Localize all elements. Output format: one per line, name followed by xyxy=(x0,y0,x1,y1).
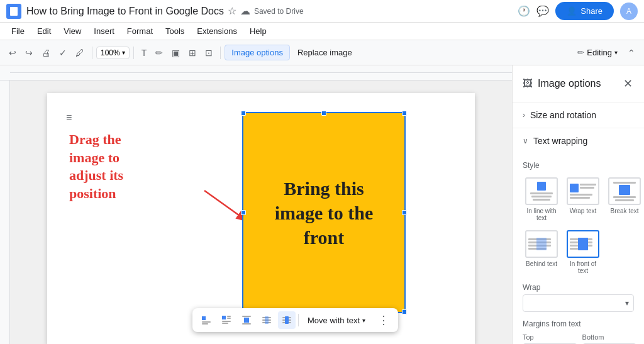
behind-text-btn[interactable] xyxy=(258,311,275,329)
style-grid: In line with text xyxy=(523,175,634,277)
border-button[interactable]: ▣ xyxy=(168,45,184,60)
ruler-area: ≡ Drag theimage toadjust itsposition xyxy=(0,65,512,344)
top-ruler xyxy=(0,65,512,80)
style-front[interactable]: In front of text xyxy=(564,228,602,277)
svg-rect-4 xyxy=(202,323,208,325)
text-wrapping-header[interactable]: ∨ Text wrapping xyxy=(513,128,644,153)
wrap-select[interactable] xyxy=(523,294,634,312)
zoom-control[interactable]: 100% ▾ xyxy=(96,47,130,59)
menu-extensions[interactable]: Extensions xyxy=(192,25,242,38)
margins-title: Margins from text xyxy=(523,319,634,328)
avatar[interactable]: A xyxy=(620,3,638,20)
front-text-btn[interactable] xyxy=(278,311,296,329)
editing-button[interactable]: ✏ Editing ▾ xyxy=(572,45,623,60)
handle-mr[interactable] xyxy=(402,210,407,215)
style-behind[interactable]: Behind text xyxy=(523,228,560,277)
handle-br[interactable] xyxy=(402,309,407,314)
wrap-label: Wrap xyxy=(523,283,634,292)
comment-icon[interactable]: 💬 xyxy=(536,5,549,17)
menu-insert[interactable]: Insert xyxy=(89,25,119,38)
float-sep xyxy=(298,314,299,326)
menu-format[interactable]: Format xyxy=(122,25,158,38)
margin-bottom-field: Bottom cm ▲ ▼ xyxy=(582,333,637,344)
pencil-icon: ✏ xyxy=(577,48,584,57)
doc-area: ≡ Drag theimage toadjust itsposition xyxy=(0,65,512,344)
star-icon[interactable]: ☆ xyxy=(228,5,236,17)
svg-rect-5 xyxy=(222,316,226,319)
cloud-icon[interactable]: ☁ xyxy=(240,5,250,17)
chevron-down-icon: ▾ xyxy=(614,49,618,56)
left-ruler xyxy=(0,80,10,344)
more-options-button[interactable]: ⋮ xyxy=(374,311,393,330)
menu-edit[interactable]: Edit xyxy=(32,25,56,38)
spellcheck-button[interactable]: ✓ xyxy=(55,45,70,60)
wrap-select-wrapper xyxy=(523,294,634,312)
print-button[interactable]: 🖨 xyxy=(38,45,54,60)
handle-tl[interactable] xyxy=(241,111,246,116)
doc-icon xyxy=(6,4,21,19)
page: ≡ Drag theimage toadjust itsposition xyxy=(47,93,475,344)
svg-rect-16 xyxy=(265,316,269,324)
style-break-preview xyxy=(608,177,641,205)
saved-status: Saved to Drive xyxy=(254,7,304,16)
pen-button[interactable]: ✏ xyxy=(152,45,167,60)
handle-ml[interactable] xyxy=(241,210,246,215)
style-inline-label: In line with text xyxy=(525,208,558,221)
style-wrap[interactable]: Wrap text xyxy=(564,175,602,224)
menu-view[interactable]: View xyxy=(58,25,86,38)
style-inline[interactable]: In line with text xyxy=(523,175,560,224)
svg-rect-10 xyxy=(244,318,249,323)
image-options-icon: 🖼 xyxy=(523,78,533,89)
toolbar: ↩ ↪ 🖨 ✓ 🖊 100% ▾ T ✏ ▣ ⊞ ⊡ Image options… xyxy=(0,40,644,65)
text-wrapping-content: Style In line w xyxy=(513,153,644,344)
svg-rect-2 xyxy=(202,316,206,320)
text-wrapping-section: ∨ Text wrapping Style xyxy=(513,128,644,344)
size-rotation-title: Size and rotation xyxy=(530,110,596,120)
paint-format-button[interactable]: 🖊 xyxy=(72,45,88,60)
style-break[interactable]: Break text xyxy=(606,175,643,224)
size-rotation-section: › Size and rotation xyxy=(513,103,644,128)
share-button[interactable]: 👤 Share xyxy=(555,2,614,20)
size-rotation-header[interactable]: › Size and rotation xyxy=(513,103,644,128)
history-icon[interactable]: 🕐 xyxy=(518,5,530,17)
replace-image-button[interactable]: Replace image xyxy=(291,45,358,60)
handle-tr[interactable] xyxy=(402,111,407,116)
handle-tc[interactable] xyxy=(321,111,326,116)
toolbar-sep-2 xyxy=(133,47,134,59)
text-field-button[interactable]: T xyxy=(138,45,151,60)
move-with-text-button[interactable]: Move with text ▾ xyxy=(301,313,372,328)
undo-button[interactable]: ↩ xyxy=(5,45,20,60)
margin-bottom-label: Bottom xyxy=(582,333,637,341)
title-icons: ☆ ☁ Saved to Drive xyxy=(228,5,310,17)
style-front-label: In front of text xyxy=(567,260,599,274)
redo-button[interactable]: ↪ xyxy=(21,45,36,60)
svg-rect-8 xyxy=(222,321,231,322)
margin-top-label: Top xyxy=(523,333,577,341)
svg-rect-7 xyxy=(227,318,231,319)
menu-help[interactable]: Help xyxy=(245,25,272,38)
crop-button[interactable]: ⊡ xyxy=(201,45,216,60)
menu-bar: File Edit View Insert Format Tools Exten… xyxy=(0,23,644,40)
wrap-inline-btn[interactable] xyxy=(197,311,215,329)
size-rotation-chevron: › xyxy=(523,111,525,119)
margin-top-field: Top cm ▲ ▼ xyxy=(523,333,577,344)
toolbar-sep-3 xyxy=(220,47,221,59)
image-options-button[interactable]: Image options xyxy=(225,45,290,60)
layout-button[interactable]: ⊞ xyxy=(185,45,200,60)
style-behind-preview xyxy=(525,230,558,258)
menu-file[interactable]: File xyxy=(6,25,30,38)
wrap-field: Wrap xyxy=(523,283,634,312)
share-icon: 👤 xyxy=(567,6,577,16)
yellow-image[interactable]: Bring thisimage to thefront xyxy=(242,112,406,313)
float-toolbar: Move with text ▾ ⋮ xyxy=(192,308,398,332)
break-text-btn[interactable] xyxy=(238,311,255,329)
wrap-text-btn[interactable] xyxy=(218,311,235,329)
sidebar-close-button[interactable]: ✕ xyxy=(622,75,634,92)
svg-rect-12 xyxy=(242,323,251,325)
doc-title: How to Bring Image to Front in Google Do… xyxy=(26,6,224,17)
style-label: Style xyxy=(523,161,634,170)
collapse-button[interactable]: ⌃ xyxy=(624,45,639,60)
menu-tools[interactable]: Tools xyxy=(160,25,189,38)
sidebar-header: 🖼 Image options ✕ xyxy=(513,65,644,103)
drag-annotation: Drag theimage toadjust itsposition xyxy=(69,131,123,203)
